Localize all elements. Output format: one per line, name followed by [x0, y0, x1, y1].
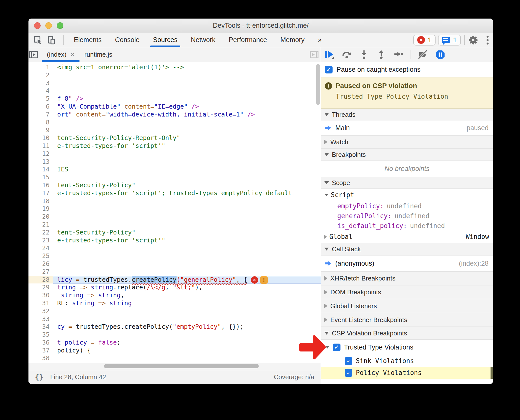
line-number[interactable]: 31: [28, 299, 53, 307]
section-call-stack[interactable]: Call Stack: [321, 243, 493, 256]
step-into-icon[interactable]: [359, 49, 369, 60]
inline-warning-icon[interactable]: !: [260, 276, 268, 284]
line-number[interactable]: 12: [28, 150, 53, 158]
error-count-badge[interactable]: × 1: [413, 35, 436, 46]
more-options-kebab-icon[interactable]: [487, 36, 489, 45]
line-number[interactable]: 21: [28, 221, 53, 229]
section-xhr-fetch-breakpoints[interactable]: XHR/fetch Breakpoints: [321, 271, 493, 285]
line-number[interactable]: 18: [28, 197, 53, 205]
scope-global-row[interactable]: Global Window: [321, 231, 493, 243]
policy-violations-checkbox[interactable]: ✓: [345, 369, 352, 377]
line-number[interactable]: 23: [28, 236, 53, 244]
deactivate-breakpoints-icon[interactable]: [417, 49, 428, 60]
line-number[interactable]: 15: [28, 173, 53, 181]
sink-violations-row[interactable]: ✓Sink Violations: [321, 355, 493, 367]
annotation-arrow: [298, 334, 327, 361]
policy-violations-row[interactable]: ✓Policy Violations: [321, 367, 493, 379]
line-number[interactable]: 28: [28, 276, 53, 284]
pause-on-caught-checkbox[interactable]: ✓: [325, 66, 333, 73]
section-global-listeners[interactable]: Global Listeners: [321, 299, 493, 313]
line-number[interactable]: 24: [28, 244, 53, 252]
line-number[interactable]: 22: [28, 229, 53, 236]
step-out-icon[interactable]: [376, 49, 387, 60]
step-over-icon[interactable]: [341, 49, 352, 60]
line-number[interactable]: 8: [28, 118, 53, 126]
line-number[interactable]: 37: [28, 347, 53, 354]
line-number[interactable]: 11: [28, 142, 53, 150]
line-number[interactable]: 29: [28, 283, 53, 291]
line-number[interactable]: 36: [28, 339, 53, 347]
line-number[interactable]: 2: [28, 71, 53, 79]
line-number[interactable]: 13: [28, 158, 53, 166]
line-number[interactable]: 35: [28, 331, 53, 339]
line-number[interactable]: 38: [28, 354, 53, 362]
line-number[interactable]: 14: [28, 165, 53, 173]
device-toolbar-icon[interactable]: [46, 35, 56, 45]
chevron-right-icon: [324, 140, 327, 144]
scope-variable-row[interactable]: emptyPolicy:undefined: [321, 201, 493, 211]
section-csp-violation-breakpoints[interactable]: CSP Violation Breakpoints: [321, 327, 493, 340]
panel-tab-memory[interactable]: Memory: [274, 33, 311, 47]
issues-count-badge[interactable]: 1: [438, 35, 461, 46]
line-number[interactable]: 9: [28, 126, 53, 134]
section-event-listener-breakpoints[interactable]: Event Listener Breakpoints: [321, 313, 493, 327]
trusted-type-violations-row[interactable]: ✓ Trusted Type Violations: [321, 340, 493, 355]
trusted-type-violations-checkbox[interactable]: ✓: [333, 344, 340, 351]
panel-tab-elements[interactable]: Elements: [67, 33, 108, 47]
file-tab-runtime[interactable]: runtime.js: [79, 47, 117, 62]
scope-variable-row[interactable]: is_default_policy:undefined: [321, 221, 493, 231]
line-number[interactable]: 5: [28, 95, 53, 103]
line-number[interactable]: 27: [28, 268, 53, 276]
settings-gear-icon[interactable]: [468, 35, 478, 45]
line-number[interactable]: 6: [28, 103, 53, 111]
horizontal-scrollbar-track[interactable]: [28, 363, 321, 370]
format-braces-icon[interactable]: {}: [35, 373, 43, 381]
pause-on-exceptions-icon[interactable]: [435, 49, 446, 60]
line-number[interactable]: 26: [28, 260, 53, 268]
scope-script-row[interactable]: Script: [321, 189, 493, 201]
step-icon[interactable]: [393, 49, 404, 60]
vertical-scrollbar[interactable]: [316, 64, 320, 105]
section-threads[interactable]: Threads: [321, 109, 493, 120]
line-number[interactable]: 33: [28, 315, 53, 323]
file-tab-index[interactable]: (index) ×: [42, 47, 79, 62]
line-number[interactable]: 19: [28, 205, 53, 213]
inline-error-icon[interactable]: ×: [251, 276, 258, 284]
section-scope[interactable]: Scope: [321, 177, 493, 189]
line-number[interactable]: 17: [28, 189, 53, 197]
section-watch[interactable]: Watch: [321, 135, 493, 149]
thread-main-row[interactable]: Main paused: [321, 120, 493, 135]
line-number[interactable]: 4: [28, 87, 53, 95]
line-number[interactable]: 30: [28, 291, 53, 299]
show-navigator-icon[interactable]: [28, 50, 38, 60]
show-debugger-panel-icon[interactable]: [309, 50, 319, 60]
panel-tab-performance[interactable]: Performance: [222, 33, 274, 47]
line-number[interactable]: 25: [28, 252, 53, 260]
section-breakpoints[interactable]: Breakpoints: [321, 149, 493, 161]
panel-tab-sources[interactable]: Sources: [146, 33, 184, 47]
panel-tab-network[interactable]: Network: [184, 33, 222, 47]
resume-script-icon[interactable]: [324, 49, 335, 60]
horizontal-scrollbar-thumb[interactable]: [104, 364, 259, 368]
code-editor[interactable]: 1<img src=1 onerror='alert(1)'> -->2345f…: [28, 62, 321, 370]
line-number[interactable]: 34: [28, 323, 53, 331]
section-label: Breakpoints: [332, 151, 366, 159]
sink-violations-checkbox[interactable]: ✓: [345, 357, 352, 365]
close-tab-icon[interactable]: ×: [70, 51, 74, 59]
line-number[interactable]: 16: [28, 181, 53, 189]
inspect-element-icon[interactable]: [33, 35, 43, 45]
line-number[interactable]: 20: [28, 213, 53, 221]
line-number[interactable]: 1: [28, 63, 53, 71]
pause-on-caught-row[interactable]: ✓ Pause on caught exceptions: [321, 62, 493, 77]
section-dom-breakpoints[interactable]: DOM Breakpoints: [321, 285, 493, 299]
line-content: [53, 71, 321, 79]
line-number[interactable]: 32: [28, 307, 53, 315]
line-number[interactable]: 7: [28, 111, 53, 118]
line-number[interactable]: 3: [28, 79, 53, 87]
call-stack-frame[interactable]: (anonymous) (index):28: [321, 256, 493, 271]
line-number[interactable]: 10: [28, 134, 53, 142]
panel-tab-[interactable]: »: [311, 33, 328, 47]
scope-variable-row[interactable]: generalPolicy:undefined: [321, 211, 493, 221]
paused-banner-subtitle: Trusted Type Policy Violation: [336, 93, 489, 100]
panel-tab-console[interactable]: Console: [108, 33, 146, 47]
